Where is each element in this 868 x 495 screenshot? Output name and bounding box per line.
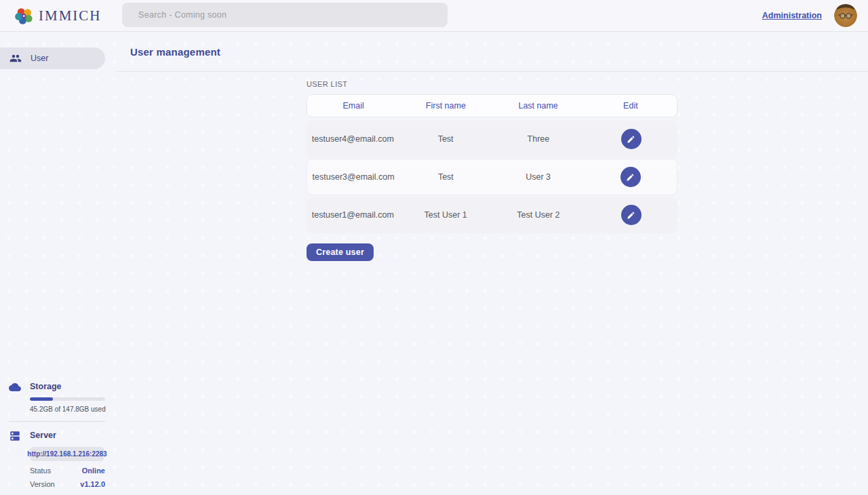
cell-last-name: Three [492,134,585,144]
version-label: Version [30,480,55,488]
server-url-badge: http://192.168.1.216:2283 [30,447,104,461]
main-content: User management USER LIST Email First na… [115,32,868,495]
cell-email: testuser3@email.com [307,172,399,182]
column-header-edit: Edit [585,101,677,111]
sidebar-item-users[interactable]: User [0,47,105,69]
users-icon [9,52,22,64]
app-header: IMMICH Administration [0,0,868,32]
page-header: User management [115,32,868,72]
status-label: Status [30,467,51,475]
storage-progress [30,397,105,401]
table-row: testuser3@email.com Test User 3 [307,159,677,195]
cell-first-name: Test [399,134,492,144]
table-row: testuser4@email.com Test Three [307,121,677,157]
server-title: Server [30,430,106,441]
status-value: Online [82,467,105,475]
create-user-button[interactable]: Create user [307,243,374,261]
user-list-label: USER LIST [307,80,868,88]
cloud-icon [9,381,21,393]
table-row: testuser1@email.com Test User 1 Test Use… [307,197,677,233]
storage-progress-fill [30,397,53,401]
storage-section: Storage 45.2GB of 147.8GB used [0,381,106,413]
footer-divider [9,421,105,422]
search-input[interactable] [122,3,448,27]
immich-logo-text: IMMICH [39,7,102,24]
user-avatar[interactable] [834,4,857,27]
user-table-header: Email First name Last name Edit [307,94,677,117]
edit-user-button[interactable] [620,167,641,187]
immich-logo-icon [15,7,33,25]
immich-logo: IMMICH [15,7,102,25]
pencil-icon [627,135,635,144]
column-header-first-name: First name [399,101,492,111]
cell-last-name: User 3 [492,172,585,182]
avatar-photo-icon [834,4,857,27]
user-table-body: testuser4@email.com Test Three testuser3… [307,121,677,233]
page-title: User management [130,46,220,58]
column-header-last-name: Last name [492,101,585,111]
cell-email: testuser1@email.com [307,210,399,220]
sidebar-footer: Storage 45.2GB of 147.8GB used Server ht… [0,381,106,488]
column-header-email: Email [307,101,399,111]
status-row: Status Online [30,467,105,475]
cell-first-name: Test User 1 [399,210,492,220]
cell-last-name: Test User 2 [492,210,585,220]
cell-first-name: Test [399,172,492,182]
server-icon [9,430,21,442]
storage-usage-text: 45.2GB of 147.8GB used [30,405,106,413]
cell-email: testuser4@email.com [307,134,399,144]
version-value: v1.12.0 [80,480,105,488]
edit-user-button[interactable] [621,129,642,149]
version-row: Version v1.12.0 [30,480,105,488]
pencil-icon [626,173,635,182]
edit-user-button[interactable] [621,205,642,225]
sidebar: User Storage 45.2GB of 147.8GB used Serv… [0,32,115,495]
administration-link[interactable]: Administration [762,11,822,20]
server-section: Server http://192.168.1.216:2283 Status … [0,430,106,488]
sidebar-item-label: User [31,54,48,63]
pencil-icon [627,211,635,220]
storage-title: Storage [30,381,106,393]
